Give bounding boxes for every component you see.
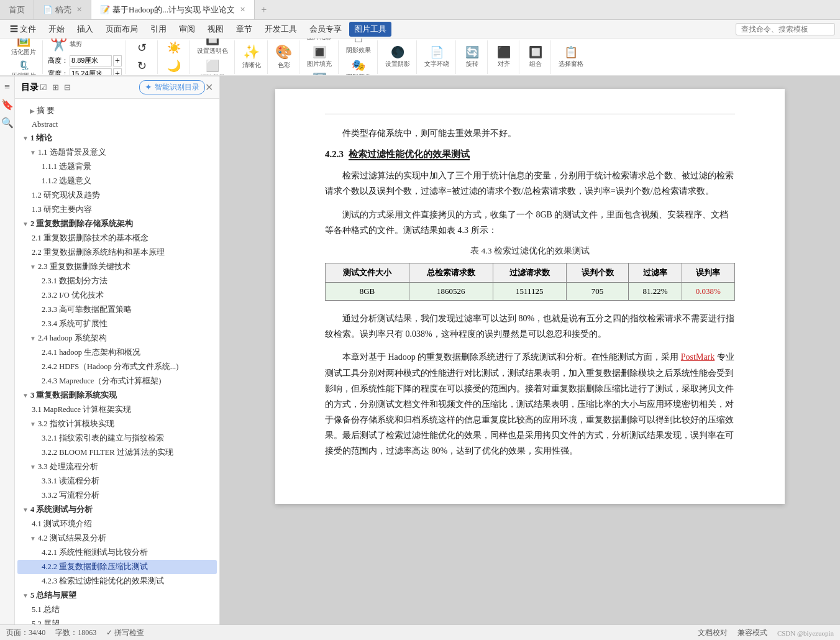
toc-item-2-3[interactable]: ▼2.3 重复数据删除关键技术: [17, 260, 217, 274]
tab-draft[interactable]: 📄 稿壳 ✕: [34, 0, 91, 19]
remove-bg-button[interactable]: ⬜ 抠除背景: [198, 58, 227, 76]
activate-image-button[interactable]: 🖼️ 活化图片: [9, 39, 39, 58]
shadow-color-button[interactable]: 🎭 阴影颜色: [344, 57, 373, 76]
crop-button[interactable]: ✂️ 裁剪: [48, 39, 84, 54]
toc-item-ch5[interactable]: ▼5 总结与展望: [17, 588, 217, 603]
toc-item-3-3-2[interactable]: 3.3.2 写流程分析: [17, 488, 217, 503]
set-transparent-button[interactable]: 🔲 设置透明色: [194, 39, 231, 57]
toc-tool-collapse[interactable]: ⊟: [63, 81, 72, 94]
toc-item-3-3[interactable]: ▼3.3 处理流程分析: [17, 460, 217, 474]
rotate-left-button[interactable]: ↺: [131, 40, 153, 57]
tab-thesis[interactable]: 📝 基于Hadoop的...计与实现 毕业论文 ✕: [91, 0, 255, 19]
status-spell-check[interactable]: ✓ 拼写检查: [106, 628, 144, 638]
toc-item-4-2-3[interactable]: 4.2.3 检索过滤性能优化的效果测试: [17, 574, 217, 588]
toc-item-4-1[interactable]: 4.1 测试环境介绍: [17, 517, 217, 531]
width-label: 宽度：: [48, 69, 68, 76]
set-shadow-button[interactable]: □ 阴影效果: [344, 39, 373, 56]
doc-area[interactable]: 件类型存储系统中，则可能去重效果并不好。 4.2.3 检索过滤性能优化的效果测试…: [220, 76, 840, 624]
toc-item-2-3-3[interactable]: 2.3.3 高可靠数据配置策略: [17, 303, 217, 317]
status-page: 页面：34/40: [6, 628, 45, 638]
tool-group-clear: ✨ 清晰化: [236, 40, 268, 74]
status-compat: 兼容模式: [737, 628, 767, 638]
combine-button[interactable]: 🔲 组合: [524, 44, 547, 70]
width-input[interactable]: [70, 68, 112, 76]
toc-item-2-3-4[interactable]: 2.3.4 系统可扩展性: [17, 317, 217, 331]
toc-item-2-4-1[interactable]: 2.4.1 hadoop 生态架构和概况: [17, 345, 217, 360]
menu-review[interactable]: 审阅: [174, 22, 200, 37]
tab-thesis-close[interactable]: ✕: [240, 6, 245, 14]
menu-search-input[interactable]: [736, 23, 835, 35]
toc-item-3-1[interactable]: 3.1 MapReduce 计算框架实现: [17, 403, 217, 417]
toc-item-3-2-2[interactable]: 3.2.2 BLOOM FILTER 过滤算法的实现: [17, 446, 217, 460]
toc-item-abstract-en[interactable]: Abstract: [17, 118, 217, 131]
rotate-right-button[interactable]: ↻: [131, 58, 153, 75]
tab-add-button[interactable]: +: [255, 4, 273, 16]
toc-item-4-2[interactable]: ▼4.2 测试结果及分析: [17, 531, 217, 546]
text-wrap-button[interactable]: 📄 文字环绕: [422, 44, 452, 70]
toc-item-4-2-2[interactable]: 4.2.2 重复数据删除压缩比测试: [17, 560, 217, 574]
menu-icon[interactable]: ≡: [4, 81, 10, 93]
toc-item-4-2-1[interactable]: 4.2.1 系统性能测试与比较分析: [17, 546, 217, 560]
toc-item-5-1[interactable]: 5.1 总结: [17, 603, 217, 617]
toc-item-5-2[interactable]: 5.2 展望: [17, 617, 217, 624]
image-border-button[interactable]: 🖼️ 图片轮廓: [304, 39, 334, 43]
color-button[interactable]: 🎨 色彩: [273, 43, 295, 71]
height-plus-icon[interactable]: +: [113, 55, 122, 66]
toc-item-1-1-2[interactable]: 1.1.2 选题意义: [17, 174, 217, 188]
toc-item-1-3[interactable]: 1.3 研究主要内容: [17, 203, 217, 217]
align-button[interactable]: ⬛ 对齐: [493, 44, 515, 70]
width-plus-icon[interactable]: +: [113, 68, 122, 76]
toc-item-3-3-1[interactable]: 3.3.1 读流程分析: [17, 474, 217, 488]
toc-item-1-2[interactable]: 1.2 研究现状及趋势: [17, 188, 217, 203]
reset-image-button[interactable]: ↩️ 重设图片: [304, 71, 334, 76]
search-icon[interactable]: 🔍: [1, 117, 14, 129]
toc-item-2-4[interactable]: ▼2.4 hadoop 系统架构: [17, 331, 217, 345]
bookmark-icon[interactable]: 🔖: [1, 99, 14, 111]
menu-file[interactable]: ☰ 文件: [5, 22, 41, 37]
toc-item-ch4[interactable]: ▼4 系统测试与分析: [17, 503, 217, 517]
tab-draft-close[interactable]: ✕: [76, 6, 82, 14]
toc-ai-button[interactable]: ✦ 智能识别目录: [139, 80, 205, 94]
toc-item-1-1[interactable]: ▼1.1 选题背景及意义: [17, 145, 217, 160]
toc-item-ch1[interactable]: ▼1 绪论: [17, 131, 217, 145]
status-compare[interactable]: 文档校对: [698, 628, 728, 638]
brightness-down-button[interactable]: 🌙: [163, 58, 185, 75]
toc-item-ch2[interactable]: ▼2 重复数据删除存储系统架构: [17, 217, 217, 231]
fill-image-button[interactable]: 🔳 图片填充: [304, 44, 334, 70]
set-shadow-label: 阴影效果: [346, 46, 371, 55]
menu-view[interactable]: 视图: [203, 22, 229, 37]
toc-item-ch3[interactable]: ▼3 重复数据删除系统实现: [17, 388, 217, 403]
menu-start[interactable]: 开始: [43, 22, 70, 37]
document-page: 件类型存储系统中，则可能去重效果并不好。 4.2.3 检索过滤性能优化的效果测试…: [275, 89, 785, 504]
rotate2-button[interactable]: 🔄 旋转: [461, 44, 483, 70]
menu-vip[interactable]: 会员专享: [304, 22, 347, 37]
toc-item-3-2-1[interactable]: 3.2.1 指纹索引表的建立与指纹检索: [17, 431, 217, 446]
toc-item-2-2[interactable]: 2.2 重复数据删除系统结构和基本原理: [17, 245, 217, 260]
toc-item-3-2[interactable]: ▼3.2 指纹计算模块实现: [17, 417, 217, 431]
height-input[interactable]: [70, 55, 112, 66]
menu-layout[interactable]: 页面布局: [101, 22, 143, 37]
menu-reference[interactable]: 引用: [145, 22, 171, 37]
toc-item-2-1[interactable]: 2.1 重复数据删除技术的基本概念: [17, 231, 217, 245]
toc-item-2-3-2[interactable]: 2.3.2 I/O 优化技术: [17, 288, 217, 303]
toc-tool-expand[interactable]: ⊞: [51, 81, 60, 94]
menu-devtools[interactable]: 开发工具: [260, 22, 302, 37]
th-filtered-queries: 过滤请求数: [493, 263, 566, 282]
toc-item-2-4-2[interactable]: 2.4.2 HDFS（Hadoop 分布式文件系统...): [17, 360, 217, 374]
toc-item-1-1-1[interactable]: 1.1.1 选题背景: [17, 160, 217, 174]
td-false-positives: 705: [566, 282, 629, 300]
tab-home[interactable]: 首页: [0, 0, 34, 19]
toc-item-2-4-3[interactable]: 2.4.3 Mapreduce（分布式计算框架): [17, 374, 217, 388]
sidebar-close-button[interactable]: ✕: [205, 81, 213, 93]
toc-tool-check[interactable]: ☑: [39, 81, 48, 94]
clear-button[interactable]: ✨ 清晰化: [240, 43, 263, 71]
menu-chapter[interactable]: 章节: [231, 22, 257, 37]
toc-item-abstract-cn[interactable]: ▶摘 要: [17, 104, 217, 118]
menu-img-tools[interactable]: 图片工具: [349, 22, 391, 37]
compress-image-button[interactable]: 🗜️ 压缩图片: [9, 59, 39, 76]
brightness-up-button[interactable]: ☀️: [163, 40, 185, 57]
select-pane-button[interactable]: 📋 选择窗格: [556, 44, 586, 70]
toc-item-2-3-1[interactable]: 2.3.1 数据划分方法: [17, 274, 217, 288]
menu-insert[interactable]: 插入: [72, 22, 98, 37]
shadow-effect2-button[interactable]: 🌑 设置阴影: [383, 44, 413, 70]
